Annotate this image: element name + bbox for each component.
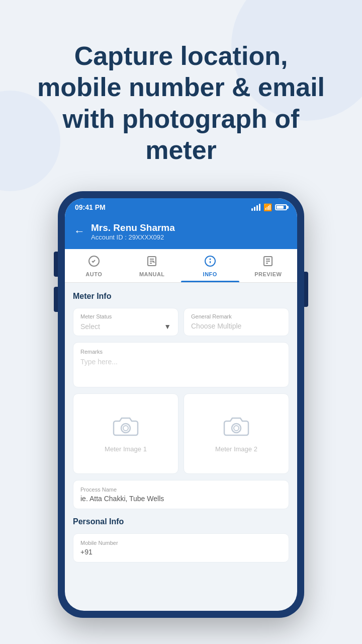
remarks-box[interactable]: Remarks Type here... — [73, 342, 289, 387]
general-remark-field[interactable]: General Remark Choose Multiple — [184, 308, 289, 336]
info-icon — [204, 255, 216, 269]
tab-preview-label: PREVIEW — [254, 271, 282, 277]
hero-section: Capture location, mobile number & email … — [0, 0, 362, 186]
phone-wrapper: 09:41 PM 📶 ← Mrs. Renu Sharma Account ID… — [0, 191, 362, 618]
chevron-down-icon: ▼ — [164, 323, 171, 331]
signal-bars-icon — [251, 204, 260, 211]
meter-status-label: Meter Status — [80, 313, 171, 319]
tab-navigation: AUTO MANUAL — [65, 249, 297, 283]
remarks-placeholder: Type here... — [80, 358, 282, 366]
meter-status-remark-row: Meter Status Select ▼ General Remark Cho… — [73, 308, 289, 336]
user-info: Mrs. Renu Sharma Account ID : 29XXXX092 — [91, 222, 175, 241]
tab-manual-label: MANUAL — [139, 271, 165, 277]
process-name-placeholder: ie. Atta Chakki, Tube Wells — [80, 495, 282, 503]
image-upload-row: Meter Image 1 Meter Image 2 — [73, 393, 289, 474]
tab-info-label: INFO — [203, 271, 217, 277]
back-button[interactable]: ← — [74, 225, 85, 238]
meter-status-placeholder: Select — [80, 323, 100, 331]
battery-icon — [275, 204, 287, 210]
tab-manual[interactable]: MANUAL — [123, 249, 182, 282]
app-header: ← Mrs. Renu Sharma Account ID : 29XXXX09… — [65, 215, 297, 249]
tab-preview[interactable]: PREVIEW — [239, 249, 298, 282]
svg-point-15 — [234, 426, 239, 431]
account-id: Account ID : 29XXXX092 — [91, 233, 175, 241]
status-icons: 📶 — [251, 203, 287, 211]
svg-point-14 — [232, 424, 241, 433]
tab-auto[interactable]: AUTO — [65, 249, 123, 282]
meter-image-2-label: Meter Image 2 — [215, 445, 257, 453]
meter-info-title: Meter Info — [73, 292, 289, 301]
remarks-label: Remarks — [80, 349, 282, 355]
auto-icon — [88, 255, 100, 269]
process-name-field[interactable]: Process Name ie. Atta Chakki, Tube Wells — [73, 480, 289, 509]
meter-image-2-upload[interactable]: Meter Image 2 — [184, 393, 289, 474]
wifi-icon: 📶 — [263, 203, 272, 211]
status-time: 09:41 PM — [75, 203, 106, 211]
meter-image-1-label: Meter Image 1 — [105, 445, 147, 453]
main-content: Meter Info Meter Status Select ▼ General… — [65, 283, 297, 572]
camera-icon-2 — [223, 414, 249, 438]
phone-mockup: 09:41 PM 📶 ← Mrs. Renu Sharma Account ID… — [58, 191, 304, 618]
svg-point-12 — [121, 424, 130, 433]
phone-screen: 09:41 PM 📶 ← Mrs. Renu Sharma Account ID… — [65, 198, 297, 611]
svg-point-13 — [123, 426, 128, 431]
meter-image-1-upload[interactable]: Meter Image 1 — [73, 393, 178, 474]
tab-info[interactable]: INFO — [181, 249, 239, 282]
meter-status-select-row: Select ▼ — [80, 323, 171, 331]
user-name: Mrs. Renu Sharma — [91, 222, 175, 233]
process-name-label: Process Name — [80, 487, 282, 493]
meter-status-field[interactable]: Meter Status Select ▼ — [73, 308, 178, 336]
status-bar: 09:41 PM 📶 — [65, 198, 297, 215]
general-remark-placeholder: Choose Multiple — [191, 322, 241, 330]
hero-title: Capture location, mobile number & email … — [30, 40, 332, 166]
tab-auto-label: AUTO — [85, 271, 102, 277]
personal-info-title: Personal Info — [73, 517, 289, 526]
mobile-number-label: Mobile Number — [80, 540, 282, 546]
preview-icon — [262, 255, 274, 269]
manual-icon — [146, 255, 158, 269]
general-remark-label: General Remark — [191, 313, 282, 319]
camera-icon-1 — [113, 414, 139, 438]
mobile-number-field[interactable]: Mobile Number +91 — [73, 533, 289, 562]
mobile-number-value: +91 — [80, 548, 282, 556]
